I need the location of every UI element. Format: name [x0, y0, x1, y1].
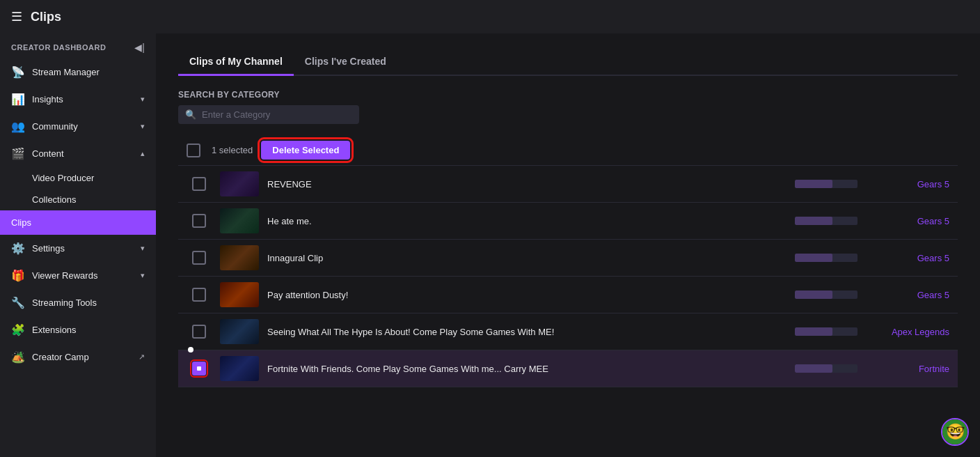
clip-checkbox-4[interactable]: [192, 288, 206, 302]
clip-title-5: Seeing What All The Hype Is About! Come …: [267, 327, 787, 337]
sidebar-item-stream-manager[interactable]: 📡 Stream Manager: [0, 59, 156, 86]
clip-title-1: REVENGE: [267, 179, 787, 189]
clip-checkbox-6[interactable]: [192, 362, 206, 375]
chevron-down-icon: ▾: [141, 122, 145, 131]
creator-camp-icon: 🏕️: [11, 350, 25, 364]
clip-checkbox-1[interactable]: [192, 177, 206, 191]
sidebar-header-label: CREATOR DASHBOARD: [11, 43, 106, 52]
selected-count: 1 selected: [212, 145, 253, 155]
sidebar-item-collections[interactable]: Collections: [0, 189, 156, 210]
clip-stats-2: [795, 217, 858, 225]
sidebar-item-viewer-rewards[interactable]: 🎁 Viewer Rewards ▾: [0, 262, 156, 289]
table-row: Seeing What All The Hype Is About! Come …: [178, 313, 958, 350]
extensions-icon: 🧩: [11, 323, 25, 336]
tab-my-channel[interactable]: Clips of My Channel: [178, 50, 294, 76]
community-icon: 👥: [11, 120, 25, 133]
chevron-down-icon: ▾: [141, 95, 145, 104]
clip-title-6: Fortnite With Friends. Come Play Some Ga…: [267, 364, 787, 374]
clip-thumbnail-2: [220, 208, 259, 233]
stream-manager-icon: 📡: [11, 65, 25, 79]
clip-game-4[interactable]: Gears 5: [866, 290, 949, 300]
clip-checkbox-wrapper-6: [187, 362, 212, 375]
sidebar-header: CREATOR DASHBOARD ◀|: [0, 33, 156, 59]
clip-checkbox-2[interactable]: [192, 214, 206, 228]
chevron-down-icon: ▾: [141, 271, 145, 280]
clip-checkbox-wrapper-4: [187, 288, 212, 302]
hamburger-icon[interactable]: ☰: [11, 9, 22, 24]
sidebar-label-community: Community: [32, 121, 134, 132]
clip-game-2[interactable]: Gears 5: [866, 216, 949, 226]
clip-stats-5: [795, 327, 858, 336]
clip-checkbox-wrapper-1: [187, 177, 212, 191]
main-layout: CREATOR DASHBOARD ◀| 📡 Stream Manager 📊 …: [0, 33, 980, 457]
sidebar-item-settings[interactable]: ⚙️ Settings ▾: [0, 235, 156, 262]
sidebar-label-viewer-rewards: Viewer Rewards: [32, 270, 134, 281]
clip-thumbnail-5: [220, 319, 259, 344]
clip-stats-1: [795, 180, 858, 188]
clip-game-3[interactable]: Gears 5: [866, 253, 949, 263]
clip-title-2: He ate me.: [267, 216, 787, 226]
table-row: REVENGE Gears 5: [178, 166, 958, 203]
sidebar-label-creator-camp: Creator Camp: [32, 352, 132, 362]
sidebar-item-clips[interactable]: Clips: [0, 210, 156, 235]
search-icon: 🔍: [185, 109, 196, 120]
search-label: Search by Category: [178, 90, 958, 100]
sidebar-item-streaming-tools[interactable]: 🔧 Streaming Tools: [0, 289, 156, 316]
sidebar-label-streaming-tools: Streaming Tools: [32, 297, 145, 308]
table-row: He ate me. Gears 5: [178, 203, 958, 240]
sidebar-item-content[interactable]: 🎬 Content ▴: [0, 140, 156, 167]
content-area: Clips of My Channel Clips I've Created S…: [156, 33, 980, 457]
search-input-wrapper[interactable]: 🔍: [178, 105, 359, 124]
sidebar-label-settings: Settings: [32, 243, 134, 254]
clip-stats-6: [795, 364, 858, 373]
sidebar-label-stream-manager: Stream Manager: [32, 67, 145, 77]
sidebar-label-collections: Collections: [32, 194, 77, 205]
sidebar-item-community[interactable]: 👥 Community ▾: [0, 113, 156, 140]
clip-game-5[interactable]: Apex Legends: [866, 327, 949, 337]
external-link-icon: ↗: [139, 353, 145, 362]
search-section: Search by Category 🔍: [178, 90, 958, 124]
sidebar-label-extensions: Extensions: [32, 325, 145, 335]
content-icon: 🎬: [11, 147, 25, 160]
sidebar-item-creator-camp[interactable]: 🏕️ Creator Camp ↗: [0, 343, 156, 371]
avatar[interactable]: 🤓: [941, 418, 969, 446]
clip-title-4: Pay attention Dusty!: [267, 290, 787, 300]
sidebar-label-insights: Insights: [32, 94, 134, 104]
clip-thumbnail-1: [220, 171, 259, 196]
sidebar-item-insights[interactable]: 📊 Insights ▾: [0, 86, 156, 113]
sidebar-collapse-button[interactable]: ◀|: [134, 42, 145, 53]
clip-thumbnail-4: [220, 282, 259, 307]
clip-title-3: Innagural Clip: [267, 253, 787, 263]
delete-selected-button[interactable]: Delete Selected: [261, 141, 350, 160]
chevron-up-icon: ▴: [141, 149, 145, 158]
sidebar-item-video-producer[interactable]: Video Producer: [0, 167, 156, 189]
table-row: Pay attention Dusty! Gears 5: [178, 277, 958, 313]
clip-stats-4: [795, 291, 858, 299]
table-row: Innagural Clip Gears 5: [178, 240, 958, 277]
clip-checkbox-wrapper-5: [187, 325, 212, 339]
sidebar-label-video-producer: Video Producer: [32, 173, 94, 183]
clip-thumbnail-6: [220, 356, 259, 381]
viewer-rewards-icon: 🎁: [11, 269, 25, 282]
search-input[interactable]: [202, 109, 352, 120]
clip-checkbox-5[interactable]: [192, 325, 206, 339]
chevron-down-icon: ▾: [141, 244, 145, 253]
clip-game-6[interactable]: Fortnite: [866, 364, 949, 374]
streaming-tools-icon: 🔧: [11, 296, 25, 309]
clip-checkbox-wrapper-3: [187, 251, 212, 265]
sidebar-label-content: Content: [32, 148, 134, 159]
sidebar: CREATOR DASHBOARD ◀| 📡 Stream Manager 📊 …: [0, 33, 156, 457]
topbar: ☰ Clips: [0, 0, 980, 33]
clip-checkbox-3[interactable]: [192, 251, 206, 265]
clips-table: 1 selected Delete Selected REVENGE Gears…: [178, 135, 958, 387]
header-checkbox[interactable]: [187, 144, 200, 157]
clip-game-1[interactable]: Gears 5: [866, 179, 949, 189]
header-checkbox-wrapper: [187, 144, 212, 157]
page-title: Clips: [31, 10, 61, 24]
tabs-container: Clips of My Channel Clips I've Created: [178, 50, 958, 76]
clip-thumbnail-3: [220, 245, 259, 270]
sidebar-item-extensions[interactable]: 🧩 Extensions: [0, 316, 156, 343]
tab-ive-created[interactable]: Clips I've Created: [294, 50, 397, 76]
clip-checkbox-wrapper-2: [187, 214, 212, 228]
sidebar-label-clips: Clips: [11, 217, 145, 228]
